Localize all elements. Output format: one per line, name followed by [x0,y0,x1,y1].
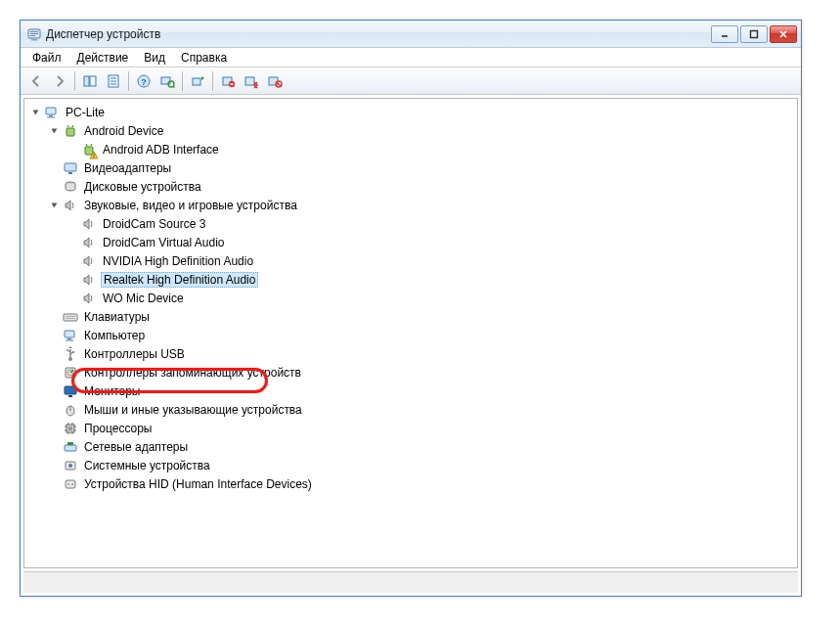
svg-line-19 [173,86,175,88]
tree-node[interactable]: Мыши и иные указывающие устройства [26,400,795,419]
close-button[interactable] [770,25,797,43]
expander-none [67,255,79,267]
expander-open[interactable] [49,200,61,211]
tree-node[interactable]: Компьютер [26,326,795,344]
display-icon [63,160,78,176]
scan-hardware-button[interactable] [156,70,178,92]
audio-icon [63,198,78,213]
svg-rect-6 [751,30,758,37]
audio-icon [81,272,97,288]
audio-icon [81,253,97,269]
expander-none [67,144,79,156]
tree-node[interactable]: WO Mic Device [26,289,795,307]
menu-file[interactable]: Файл [24,49,69,67]
expander-none [49,478,61,490]
tree-node[interactable]: Звуковые, видео и игровые устройства [26,196,795,214]
disk-icon [63,179,78,195]
svg-rect-20 [193,78,200,85]
storage-icon [63,365,78,381]
expander-none [49,181,61,193]
tree-node-label: Сетевые адаптеры [82,440,190,454]
tree-node[interactable]: Android Device [26,121,795,140]
forward-button[interactable] [49,70,70,92]
expander-none [49,423,61,434]
device-manager-window: Диспетчер устройств Файл Действие Вид Сп… [20,20,802,597]
help-button[interactable]: ? [133,70,155,92]
svg-rect-24 [245,77,254,85]
titlebar: Диспетчер устройств [21,21,801,48]
expander-none [49,367,61,379]
svg-text:?: ? [141,76,147,86]
tree-node[interactable]: DroidCam Source 3 [26,214,795,233]
tree-node[interactable]: Процессоры [26,419,795,437]
expander-none [49,441,61,453]
usb-icon [63,346,78,362]
tree-node[interactable]: Контроллеры запоминающих устройств [26,363,795,382]
android-warn-icon [81,142,97,157]
tree-node[interactable]: Дисковые устройства [26,177,795,196]
expander-none [67,274,79,286]
tree-node-label: PC-Lite [64,106,107,119]
expander-open[interactable] [49,125,61,137]
hid-icon [63,476,78,492]
enable-button[interactable] [264,70,286,92]
window-controls [711,25,797,43]
menu-view[interactable]: Вид [136,49,173,67]
device-tree-panel[interactable]: PC-LiteAndroid DeviceAndroid ADB Interfa… [23,98,798,568]
cpu-icon [63,421,78,436]
expander-open[interactable] [30,107,42,118]
menu-help[interactable]: Справка [173,49,235,67]
expander-none [49,330,61,341]
monitor-icon [63,383,78,399]
properties-button[interactable] [103,70,124,92]
expander-none [67,292,79,304]
update-driver-button[interactable] [187,70,208,92]
tree-node[interactable]: Контроллеры USB [26,344,795,363]
tree-node[interactable]: Системные устройства [26,456,795,474]
tree-node-label: DroidCam Virtual Audio [101,236,227,249]
expander-none [49,348,61,360]
tree-node[interactable]: Клавиатуры [26,307,795,326]
expander-none [67,237,79,248]
maximize-button[interactable] [740,25,768,43]
tree-node[interactable]: Устройства HID (Human Interface Devices) [26,474,795,493]
tree-node-label: Контроллеры запоминающих устройств [82,366,303,380]
tree-node-label: Realtek High Definition Audio [101,272,258,288]
tree-node-label: Контроллеры USB [82,347,187,361]
tree-node-label: Процессоры [82,422,155,435]
tree-node-label: Звуковые, видео и игровые устройства [82,199,299,212]
tree-node-label: WO Mic Device [101,292,186,305]
tree-node[interactable]: Мониторы [26,382,795,400]
tree-node-label: Дисковые устройства [82,180,203,194]
tree-node[interactable]: Realtek High Definition Audio [26,270,795,289]
show-hide-console-button[interactable] [79,70,101,92]
expander-none [49,162,61,174]
minimize-button[interactable] [711,25,738,43]
tree-node[interactable]: Android ADB Interface [26,140,795,158]
disable-button[interactable] [241,70,262,92]
tree-node[interactable]: Видеоадаптеры [26,158,795,177]
tree-node[interactable]: NVIDIA High Definition Audio [26,251,795,270]
tree-node[interactable]: DroidCam Virtual Audio [26,233,795,251]
tree-node-label: DroidCam Source 3 [101,217,207,231]
expander-none [67,218,79,230]
tree-node-label: Устройства HID (Human Interface Devices) [82,477,314,491]
expander-none [49,311,61,323]
svg-rect-2 [30,31,38,32]
uninstall-button[interactable] [217,70,239,92]
expander-none [49,404,61,416]
svg-rect-10 [90,76,96,86]
tree-node-label: Системные устройства [82,459,212,472]
computer-icon [44,105,60,120]
tree-node-label: Видеоадаптеры [82,161,173,175]
tree-node[interactable]: PC-Lite [26,103,795,121]
svg-rect-3 [30,33,38,34]
expander-none [49,385,61,397]
audio-icon [81,291,97,306]
svg-rect-1 [31,39,37,41]
menu-action[interactable]: Действие [69,49,137,67]
tree-node[interactable]: Сетевые адаптеры [26,437,795,456]
mouse-icon [63,402,78,418]
computer-icon [63,328,78,343]
back-button[interactable] [25,70,47,92]
